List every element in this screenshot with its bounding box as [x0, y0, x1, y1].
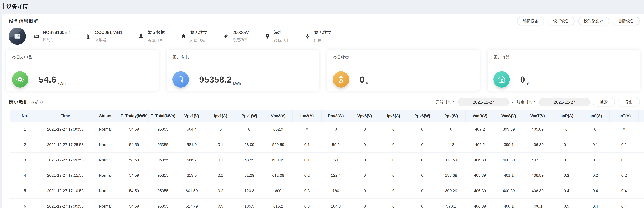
- table-cell: 0: [235, 122, 264, 137]
- column-header: Ppv(W): [437, 110, 466, 122]
- table-cell: 0: [437, 122, 466, 137]
- column-header: Ipv2(A): [292, 110, 322, 122]
- action-button[interactable]: 编辑设备: [517, 17, 544, 25]
- table-cell: 0: [350, 137, 379, 152]
- table-cell: 0: [350, 122, 379, 137]
- export-button[interactable]: 导出: [618, 98, 640, 106]
- table-cell: 604.4: [177, 122, 206, 137]
- action-button[interactable]: 设置采集器: [578, 17, 609, 25]
- column-header: VacS(V): [494, 110, 523, 122]
- info-item: 暂无数据 所属电站: [181, 29, 208, 43]
- info-value: 深圳: [274, 29, 289, 35]
- table-cell: 0: [350, 168, 379, 183]
- table-cell: 0: [379, 152, 408, 168]
- stat-cards: 今日发电量 54.6 kWh 累计发电 95358.2 kWh: [6, 50, 640, 91]
- table-row: 22021-12-27 17:25:58Normal54.5995355581.…: [10, 137, 644, 152]
- table-cell: 0.5: [552, 199, 581, 208]
- table-cell: 0: [379, 122, 408, 137]
- info-value: OCC0817AB1: [95, 30, 122, 35]
- tower-icon: [333, 71, 349, 88]
- stat-card-unit: kWh: [58, 81, 66, 88]
- column-header: IacR(A): [552, 110, 581, 122]
- table-cell: 0.2: [581, 168, 610, 183]
- table-cell: 400.89: [494, 183, 523, 199]
- table-cell: 0: [408, 122, 437, 137]
- table-cell: 0: [581, 122, 610, 137]
- table-cell: 122.4: [322, 168, 350, 183]
- table-cell: 0: [350, 152, 379, 168]
- end-date-input[interactable]: 2021-12-27: [539, 98, 590, 106]
- table-cell-partial: [638, 199, 644, 208]
- info-item: 深圳 设备地址: [264, 29, 289, 43]
- table-cell: 601.59: [177, 183, 206, 199]
- table-cell: 0: [408, 183, 437, 199]
- table-cell: 0: [408, 152, 437, 168]
- column-header: E_Today(kWh): [120, 110, 148, 122]
- table-cell: 118: [437, 137, 466, 152]
- column-header: Vpv2(V): [264, 110, 292, 122]
- table-cell: 0.1: [206, 137, 235, 152]
- stat-card-title: 今日收益: [333, 55, 474, 60]
- table-cell: 300.29: [437, 183, 466, 199]
- end-time-label: 结束时间：: [517, 100, 536, 105]
- table-cell: 405.89: [466, 168, 494, 183]
- info-label: 所属电站: [190, 38, 208, 43]
- column-header: Vpv3(V): [350, 110, 379, 122]
- table-cell: 95355: [148, 137, 177, 152]
- column-header: IacS(A): [581, 110, 610, 122]
- table-cell: 2: [10, 137, 40, 152]
- table-cell: 2021-12-27 17:20:58: [40, 152, 91, 168]
- table-cell-partial: [638, 168, 644, 183]
- sun-energy-icon: [12, 71, 28, 88]
- action-button[interactable]: 删除设备: [613, 17, 640, 25]
- stat-card-value: 95358.2: [199, 75, 232, 85]
- history-section-title: 历史数据: [9, 99, 28, 105]
- table-cell: 0: [350, 183, 379, 199]
- stat-card-unit: ¥: [526, 81, 529, 88]
- table-cell: 0.4: [581, 183, 610, 199]
- table-cell: 0.1: [552, 137, 581, 152]
- page-title: 设备详情: [6, 3, 28, 10]
- table-cell: 0: [610, 122, 638, 137]
- stat-card-value: 0: [360, 75, 365, 85]
- search-button[interactable]: 搜索: [593, 98, 615, 106]
- collapse-toggle[interactable]: 收起: [31, 100, 44, 105]
- table-cell: 95355: [148, 168, 177, 183]
- group-icon: [305, 33, 310, 39]
- table-cell: 0.1: [581, 137, 610, 152]
- table-cell: 0: [408, 168, 437, 183]
- history-table: No.TimeStatusE_Today(kWh)E_Total(kWh)Vpv…: [10, 110, 644, 208]
- table-cell: 399.1: [494, 137, 523, 152]
- title-accent-bar: [3, 3, 4, 9]
- table-cell: 0.3: [206, 199, 235, 208]
- chevron-double-down-icon: [39, 100, 44, 104]
- table-cell: 0: [379, 168, 408, 183]
- stat-card-divider: [494, 64, 581, 64]
- start-date-input[interactable]: 2021-12-27: [458, 98, 509, 106]
- table-cell: 370.1: [437, 199, 466, 208]
- action-button[interactable]: 设置设备: [548, 17, 574, 25]
- table-cell: 54.59: [120, 152, 148, 168]
- table-cell: 185.3: [235, 199, 264, 208]
- stat-card: 累计收益 0 ¥: [488, 50, 640, 91]
- stat-card-unit: kWh: [233, 81, 241, 88]
- table-row: 62021-12-27 17:05:58Normal54.5995355617.…: [10, 199, 644, 208]
- info-value: 暂无数据: [314, 29, 332, 35]
- table-cell: 4: [10, 168, 40, 183]
- stat-card-title: 累计发电: [172, 55, 313, 60]
- info-label: 采集器: [95, 37, 122, 42]
- table-cell: 0: [379, 137, 408, 152]
- table-cell: 406.2: [466, 137, 494, 152]
- table-cell-partial: [638, 137, 644, 152]
- table-cell: 58.59: [235, 152, 264, 168]
- info-item: 暂无数据 组别: [305, 29, 332, 43]
- table-cell: 406.39: [466, 152, 494, 168]
- start-time-label: 开始时间：: [436, 100, 455, 105]
- table-cell: 400.1: [494, 199, 523, 208]
- table-cell: 0.1: [581, 152, 610, 168]
- table-cell: 184.8: [322, 199, 350, 208]
- table-cell: Normal: [91, 137, 120, 152]
- table-cell: 0: [379, 183, 408, 199]
- house-energy-icon: [494, 71, 510, 88]
- table-cell: 58.09: [235, 137, 264, 152]
